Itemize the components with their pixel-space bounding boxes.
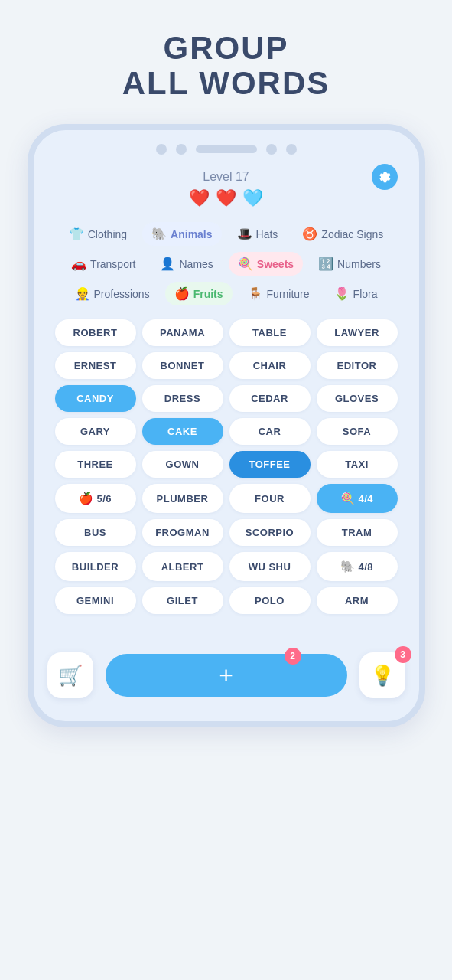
sweets-icon: 🍭 bbox=[238, 256, 253, 271]
level-row: Level 17 bbox=[55, 170, 398, 184]
word-chip-20[interactable]: 🍎5/6 bbox=[55, 484, 136, 513]
phone-frame: Level 17 ❤️ ❤️ 🩵 👕Clothing🐘Animals🎩Hats♉… bbox=[28, 124, 425, 727]
word-text-16: THREE bbox=[77, 459, 113, 470]
names-icon: 👤 bbox=[160, 256, 175, 271]
word-text-18: TOFFEE bbox=[249, 459, 290, 470]
word-chip-5[interactable]: BONNET bbox=[142, 352, 223, 379]
word-chip-9[interactable]: DRESS bbox=[142, 385, 223, 412]
word-chip-22[interactable]: FOUR bbox=[229, 484, 311, 513]
animals-icon: 🐘 bbox=[151, 227, 167, 241]
hats-icon: 🎩 bbox=[237, 227, 252, 241]
word-text-22: FOUR bbox=[255, 493, 285, 505]
category-fruits[interactable]: 🍎Fruits bbox=[165, 282, 233, 305]
clothing-icon: 👕 bbox=[69, 227, 84, 241]
category-zodiac[interactable]: ♉Zodiac Signs bbox=[293, 222, 392, 246]
category-clothing[interactable]: 👕Clothing bbox=[60, 222, 136, 246]
category-sweets[interactable]: 🍭Sweets bbox=[229, 252, 303, 276]
word-chip-34[interactable]: POLO bbox=[229, 587, 311, 614]
word-chip-8[interactable]: CANDY bbox=[55, 385, 136, 412]
category-flora[interactable]: 🌷Flora bbox=[325, 282, 387, 305]
word-chip-17[interactable]: GOWN bbox=[142, 451, 223, 478]
word-text-8: CANDY bbox=[76, 393, 114, 404]
category-furniture[interactable]: 🪑Furniture bbox=[239, 282, 319, 305]
word-text-13: CAKE bbox=[167, 426, 197, 437]
undefined-badge-icon: 🐘 bbox=[340, 560, 356, 573]
categories-grid: 👕Clothing🐘Animals🎩Hats♉Zodiac Signs🚗Tran… bbox=[55, 222, 398, 305]
hint-icon: 💡 bbox=[370, 664, 395, 688]
word-chip-6[interactable]: CHAIR bbox=[229, 352, 311, 379]
word-text-15: SOFA bbox=[343, 426, 371, 437]
word-chip-0[interactable]: ROBERT bbox=[55, 319, 136, 346]
word-chip-35[interactable]: ARM bbox=[317, 587, 398, 614]
furniture-label: Furniture bbox=[267, 288, 310, 300]
word-chip-23[interactable]: 🍭4/4 bbox=[317, 484, 398, 513]
undefined-badge-count: 4/4 bbox=[358, 493, 373, 505]
category-animals[interactable]: 🐘Animals bbox=[142, 222, 221, 246]
word-chip-29[interactable]: ALBERT bbox=[142, 552, 223, 581]
names-label: Names bbox=[179, 258, 213, 270]
category-hats[interactable]: 🎩Hats bbox=[228, 222, 288, 246]
transport-icon: 🚗 bbox=[71, 256, 86, 271]
word-text-7: EDITOR bbox=[337, 360, 377, 371]
word-text-25: FROGMAN bbox=[155, 527, 210, 538]
zodiac-icon: ♉ bbox=[302, 227, 317, 241]
word-chip-30[interactable]: WU SHU bbox=[229, 552, 311, 581]
category-names[interactable]: 👤Names bbox=[151, 252, 222, 276]
hint-button[interactable]: 💡 3 bbox=[359, 652, 405, 698]
word-chip-27[interactable]: TRAM bbox=[317, 519, 398, 546]
word-text-26: SCORPIO bbox=[246, 527, 294, 538]
word-chip-2[interactable]: TABLE bbox=[229, 319, 311, 346]
word-chip-3[interactable]: LAWYER bbox=[317, 319, 398, 346]
word-chip-15[interactable]: SOFA bbox=[317, 418, 398, 445]
word-chip-21[interactable]: PLUMBER bbox=[142, 484, 223, 513]
word-chip-14[interactable]: CAR bbox=[229, 418, 311, 445]
word-chip-26[interactable]: SCORPIO bbox=[229, 519, 311, 546]
word-chip-33[interactable]: GILET bbox=[142, 587, 223, 614]
page-title: GROUPALL WORDS bbox=[122, 31, 330, 101]
word-chip-32[interactable]: GEMINI bbox=[55, 587, 136, 614]
word-text-12: GARY bbox=[80, 426, 110, 437]
words-grid: ROBERTPANAMATABLELAWYERERNESTBONNETCHAIR… bbox=[55, 319, 398, 614]
word-chip-24[interactable]: BUS bbox=[55, 519, 136, 546]
fruits-icon: 🍎 bbox=[174, 286, 190, 301]
hint-badge: 3 bbox=[395, 646, 411, 663]
word-chip-25[interactable]: FROGMAN bbox=[142, 519, 223, 546]
cart-button[interactable]: 🛒 bbox=[47, 652, 93, 698]
word-text-19: TAXI bbox=[345, 459, 369, 470]
word-chip-1[interactable]: PANAMA bbox=[142, 319, 223, 346]
level-label: Level 17 bbox=[203, 170, 249, 184]
word-chip-28[interactable]: BUILDER bbox=[55, 552, 136, 581]
add-badge: 2 bbox=[285, 648, 301, 665]
word-text-0: ROBERT bbox=[73, 327, 118, 338]
word-chip-10[interactable]: CEDAR bbox=[229, 385, 311, 412]
word-text-11: GLOVES bbox=[335, 393, 379, 404]
word-chip-4[interactable]: ERNEST bbox=[55, 352, 136, 379]
fruits-label: Fruits bbox=[193, 288, 223, 300]
word-chip-16[interactable]: THREE bbox=[55, 451, 136, 478]
word-chip-18[interactable]: TOFFEE bbox=[229, 451, 311, 478]
add-button[interactable]: + 2 bbox=[106, 654, 347, 697]
numbers-label: Numbers bbox=[337, 258, 381, 270]
furniture-icon: 🪑 bbox=[248, 286, 263, 301]
phone-inner: Level 17 ❤️ ❤️ 🩵 👕Clothing🐘Animals🎩Hats♉… bbox=[34, 162, 419, 639]
word-text-24: BUS bbox=[84, 527, 106, 538]
word-text-34: POLO bbox=[255, 595, 285, 606]
gear-icon bbox=[378, 170, 392, 184]
word-text-9: DRESS bbox=[164, 393, 200, 404]
word-chip-13[interactable]: CAKE bbox=[142, 418, 223, 445]
category-transport[interactable]: 🚗Transport bbox=[62, 252, 145, 276]
bottom-bar: 🛒 + 2 💡 3 bbox=[34, 652, 419, 698]
professions-icon: 👷 bbox=[75, 286, 90, 301]
category-professions[interactable]: 👷Professions bbox=[66, 282, 159, 305]
word-chip-11[interactable]: GLOVES bbox=[317, 385, 398, 412]
word-text-32: GEMINI bbox=[76, 595, 114, 606]
settings-button[interactable] bbox=[372, 164, 398, 190]
word-chip-19[interactable]: TAXI bbox=[317, 451, 398, 478]
hats-label: Hats bbox=[256, 228, 278, 240]
word-chip-12[interactable]: GARY bbox=[55, 418, 136, 445]
word-text-5: BONNET bbox=[161, 360, 205, 371]
word-chip-31[interactable]: 🐘4/8 bbox=[317, 552, 398, 581]
word-chip-7[interactable]: EDITOR bbox=[317, 352, 398, 379]
word-text-1: PANAMA bbox=[160, 327, 205, 338]
category-numbers[interactable]: 🔢Numbers bbox=[309, 252, 390, 276]
